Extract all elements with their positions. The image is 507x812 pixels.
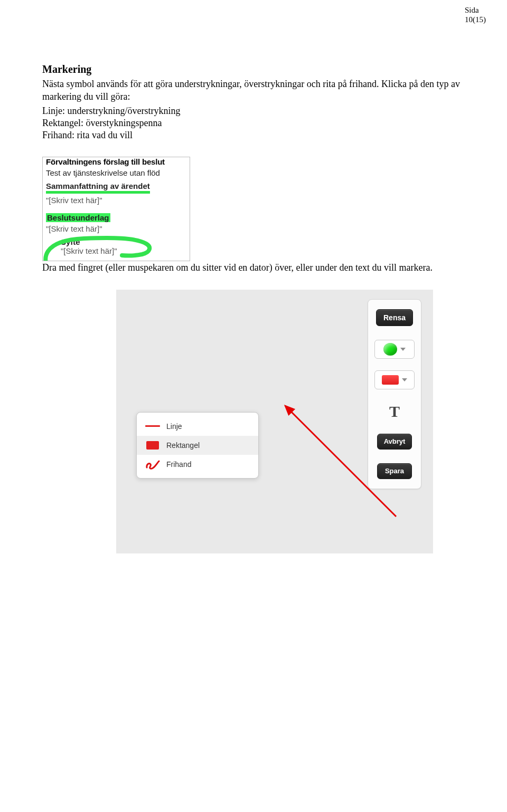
line-icon — [144, 421, 161, 432]
intro-paragraph: Nästa symbol används för att göra unders… — [42, 78, 465, 103]
heading-underlined: Sammanfattning av ärendet — [46, 181, 190, 194]
heading-highlighted-text: Beslutsunderlag — [46, 213, 110, 222]
chevron-down-icon — [400, 348, 406, 351]
popup-item-rectangle[interactable]: Rektangel — [137, 436, 258, 455]
text-tool-button[interactable]: T — [374, 401, 415, 422]
shape-swatch-red-icon — [382, 375, 399, 385]
body-line: Test av tjänsteskrivelse utan flöd — [46, 168, 190, 177]
clear-button-label: Rensa — [383, 313, 406, 322]
heading-underlined-text: Sammanfattning av ärendet — [46, 181, 150, 194]
cancel-button-label: Avbryt — [384, 437, 406, 445]
clear-button[interactable]: Rensa — [376, 309, 413, 326]
placeholder-text: "[Skriv text här]" — [61, 246, 190, 255]
shape-picker-button[interactable] — [374, 370, 415, 389]
color-swatch-green-icon — [383, 343, 397, 356]
section-title: Markering — [42, 63, 465, 75]
color-picker-button[interactable] — [374, 340, 415, 359]
text-tool-label: T — [389, 403, 400, 421]
truncated-heading: Förvaltningens förslag till beslut — [46, 157, 187, 166]
placeholder-text: "[Skriv text här]" — [46, 224, 190, 233]
page-number: 10(15) — [465, 15, 486, 24]
save-button[interactable]: Spara — [377, 463, 412, 479]
popup-item-label: Linje — [166, 422, 182, 431]
list-item: Linje: understrykning/överstrykning — [42, 106, 465, 117]
markup-type-list: Linje: understrykning/överstrykning Rekt… — [42, 106, 465, 141]
popup-item-line[interactable]: Linje — [137, 417, 258, 436]
page-header-label: Sida — [465, 5, 486, 15]
annotation-toolbar: Rensa T Avbryt Spara — [368, 299, 421, 489]
freehand-circle-group: Syfte "[Skriv text här]" — [46, 237, 190, 255]
shape-type-popup: Linje Rektangel Frihand — [136, 412, 259, 479]
popup-item-freehand[interactable]: Frihand — [137, 455, 258, 474]
cancel-button[interactable]: Avbryt — [377, 434, 412, 450]
placeholder-text: "[Skriv text här]" — [46, 196, 190, 205]
heading-highlighted: Beslutsunderlag — [46, 213, 190, 222]
document-page: Sida 10(15) Markering Nästa symbol använ… — [0, 0, 507, 585]
chevron-down-icon — [402, 378, 407, 381]
example-screenshot-2: Rensa T Avbryt Spara — [116, 290, 433, 553]
page-header: Sida 10(15) — [465, 5, 486, 24]
list-item: Frihand: rita vad du vill — [42, 130, 465, 141]
list-item: Rektangel: överstykningspenna — [42, 118, 465, 129]
example-screenshot-1: Förvaltningens förslag till beslut Test … — [42, 157, 190, 261]
rectangle-icon — [144, 440, 161, 451]
heading-syfte: Syfte — [61, 237, 190, 246]
popup-item-label: Rektangel — [166, 441, 200, 450]
popup-item-label: Frihand — [166, 460, 191, 469]
freehand-icon — [144, 459, 161, 470]
instruction-paragraph: Dra med fingret (eller muspekaren om du … — [42, 261, 465, 274]
save-button-label: Spara — [385, 467, 404, 475]
